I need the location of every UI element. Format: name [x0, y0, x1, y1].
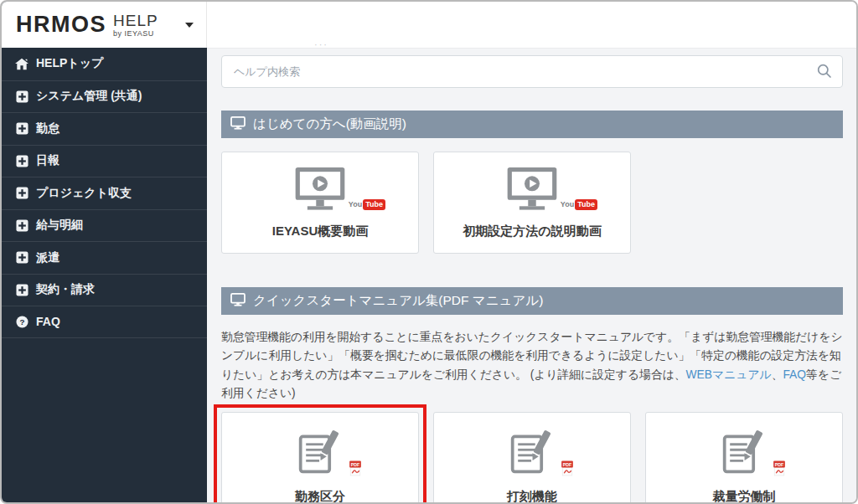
manual-card-discretionary-labor[interactable]: PDF 裁量労働制	[645, 412, 843, 502]
search-icon[interactable]	[817, 64, 832, 82]
sidebar: HRMOS HELP by IEYASU HELPトップ システム管理 (共通)	[2, 2, 207, 502]
sidebar-item-attendance[interactable]: 勤怠	[2, 112, 207, 145]
web-manual-link[interactable]: WEBマニュアル	[686, 368, 772, 381]
sidebar-item-dispatch[interactable]: 派遣	[2, 241, 207, 274]
plus-square-icon	[15, 90, 28, 103]
video-card-grid: You Tube IEYASU概要動画 You Tube 初期設定方	[221, 152, 843, 254]
manual-card-time-stamp[interactable]: PDF 打刻機能	[433, 412, 631, 502]
monitor-icon	[230, 293, 246, 310]
manual-card-label: 打刻機能	[507, 489, 557, 502]
sidebar-item-label: FAQ	[36, 315, 60, 328]
monitor-play-icon	[294, 167, 346, 211]
brand-name: HRMOS	[16, 13, 106, 36]
manual-card-work-category[interactable]: PDF 勤務区分	[221, 412, 419, 502]
video-card-label: IEYASU概要動画	[272, 224, 368, 239]
clipped-scroll-text: ···	[314, 44, 328, 48]
brand-logo-dropdown[interactable]: HRMOS HELP by IEYASU	[2, 2, 207, 48]
section-header-manuals: クイックスタートマニュアル集(PDF マニュアル)	[221, 287, 843, 315]
topbar: ···	[207, 2, 856, 49]
content-area: はじめての方へ(動画説明) You Tube IEYASU概要動画	[207, 49, 856, 502]
manual-card-grid: PDF 勤務区分	[221, 412, 843, 502]
sidebar-item-label: 派遣	[36, 250, 59, 265]
youtube-logo: You Tube	[349, 199, 385, 210]
svg-text:PDF: PDF	[351, 461, 360, 466]
question-circle-icon: ?	[15, 315, 28, 328]
video-card-overview[interactable]: You Tube IEYASU概要動画	[221, 152, 419, 254]
main-area: ··· はじめての方へ(動画説明)	[207, 2, 856, 502]
manual-card-cell: PDF 打刻機能	[433, 412, 631, 502]
sidebar-nav: HELPトップ システム管理 (共通) 勤怠 日報	[2, 48, 207, 338]
section-title: クイックスタートマニュアル集(PDF マニュアル)	[253, 292, 543, 310]
manual-card-label: 勤務区分	[295, 489, 345, 502]
pdf-file-icon: PDF	[561, 460, 574, 480]
video-card-label: 初期設定方法の説明動画	[463, 224, 601, 239]
sidebar-item-label: HELPトップ	[36, 56, 103, 71]
youtube-logo: You Tube	[561, 199, 597, 210]
sidebar-item-label: 日報	[36, 153, 59, 168]
brand-product: HELP	[113, 13, 158, 28]
pdf-file-icon: PDF	[349, 460, 362, 480]
plus-square-icon	[15, 122, 28, 136]
section-title: はじめての方へ(動画説明)	[253, 116, 406, 133]
brand-byline: by IEYASU	[113, 30, 158, 38]
svg-text:PDF: PDF	[563, 461, 572, 466]
app-window: HRMOS HELP by IEYASU HELPトップ システム管理 (共通)	[0, 0, 858, 504]
monitor-icon	[230, 116, 246, 133]
sidebar-item-contract-billing[interactable]: 契約・請求	[2, 274, 207, 306]
plus-square-icon	[15, 219, 28, 232]
sidebar-item-faq[interactable]: ? FAQ	[2, 306, 207, 338]
document-pencil-icon	[721, 429, 768, 476]
manual-card-cell: PDF 勤務区分	[221, 412, 419, 502]
sidebar-item-label: 給与明細	[36, 218, 83, 233]
caret-down-icon	[185, 23, 194, 28]
svg-text:?: ?	[19, 317, 24, 327]
manual-card-label: 裁量労働制	[713, 489, 776, 502]
document-pencil-icon	[297, 429, 344, 476]
sidebar-item-project-balance[interactable]: プロジェクト収支	[2, 177, 207, 209]
pdf-file-icon: PDF	[773, 460, 786, 480]
sidebar-item-help-top[interactable]: HELPトップ	[2, 48, 207, 80]
sidebar-item-label: 契約・請求	[36, 282, 95, 297]
video-card-initial-setup[interactable]: You Tube 初期設定方法の説明動画	[433, 152, 631, 254]
sidebar-item-system-admin[interactable]: システム管理 (共通)	[2, 80, 207, 113]
search-input[interactable]	[222, 56, 842, 87]
plus-square-icon	[15, 154, 28, 167]
sidebar-item-daily-report[interactable]: 日報	[2, 145, 207, 177]
manual-description: 勤怠管理機能の利用を開始することに重点をおいたクイックスタートマニュアルです。「…	[221, 328, 843, 403]
sidebar-item-label: 勤怠	[36, 121, 59, 136]
help-search-box	[221, 55, 843, 88]
sidebar-item-label: システム管理 (共通)	[36, 89, 142, 104]
plus-square-icon	[15, 251, 28, 265]
sidebar-item-label: プロジェクト収支	[36, 186, 132, 201]
monitor-play-icon	[506, 167, 558, 211]
manual-card-cell: PDF 裁量労働制	[645, 412, 843, 502]
faq-link[interactable]: FAQ	[783, 368, 806, 381]
plus-square-icon	[15, 187, 28, 200]
highlight-ring: PDF 勤務区分	[214, 404, 426, 502]
description-text: 、	[772, 368, 783, 381]
sidebar-item-payslip[interactable]: 給与明細	[2, 209, 207, 242]
svg-text:PDF: PDF	[775, 461, 784, 466]
home-icon	[15, 57, 28, 70]
section-header-videos: はじめての方へ(動画説明)	[221, 111, 843, 138]
document-pencil-icon	[509, 429, 556, 476]
plus-square-icon	[15, 283, 28, 296]
